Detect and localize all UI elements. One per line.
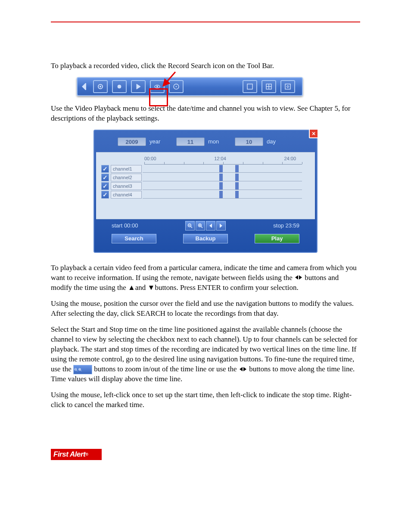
channel-timeline[interactable] (143, 191, 302, 199)
paragraph: Using the mouse, position the cursor ove… (51, 299, 360, 319)
channel-label: channel4 (111, 191, 142, 199)
paragraph: To playback a certain video feed from a … (51, 263, 360, 293)
logo-reg: ® (85, 452, 88, 457)
channel-timeline[interactable] (143, 165, 302, 173)
channel-row: ✓channel3 (101, 182, 302, 190)
logo-text: First Alert (53, 450, 85, 458)
svg-point-2 (100, 86, 101, 87)
right-triangle-icon (299, 273, 303, 283)
channel-row: ✓channel2 (101, 173, 302, 182)
zoom-icons-inline (73, 365, 92, 374)
timeline-end-label: 24:00 (284, 156, 296, 161)
right-triangle-icon (243, 365, 247, 375)
timeline-marker-stop[interactable] (235, 191, 239, 198)
paragraph: Use the Video Playback menu to select th… (51, 104, 360, 124)
channel-label: channel2 (111, 174, 142, 181)
timeline-start-label: 00:00 (144, 156, 156, 161)
channel-timeline[interactable] (143, 174, 302, 181)
playback-controls: start 00:00 stop 23:59 Search Backup Pla… (96, 219, 315, 250)
channel-label: channel1 (111, 165, 142, 173)
timeline-marker-stop[interactable] (235, 174, 239, 181)
timeline-ruler (144, 162, 302, 165)
toolbar-collapse-icon[interactable] (80, 80, 89, 93)
timeline-nav-icons (185, 221, 226, 230)
date-selector-row: 2009 year 11 mon 10 day (96, 132, 315, 152)
channel-checkbox[interactable]: ✓ (101, 165, 109, 173)
channel-checkbox[interactable]: ✓ (101, 182, 109, 190)
channel-row: ✓channel1 (101, 165, 302, 173)
timeline-marker-start[interactable] (219, 191, 223, 198)
month-input[interactable]: 11 (176, 137, 205, 146)
backup-button[interactable]: Backup (183, 234, 228, 243)
svg-point-3 (118, 85, 121, 88)
play-button[interactable]: Play (255, 234, 299, 243)
svg-line-21 (76, 370, 77, 371)
channel-row: ✓channel4 (101, 190, 302, 199)
svg-point-5 (157, 86, 158, 87)
channel-label: channel3 (111, 182, 142, 190)
header-rule (51, 22, 360, 22)
close-button[interactable]: × (309, 129, 318, 138)
timeline-marker-stop[interactable] (235, 165, 239, 172)
record-icon[interactable] (112, 80, 127, 93)
year-input[interactable]: 2009 (118, 137, 146, 146)
day-label: day (267, 138, 282, 145)
timeline-marker-start[interactable] (219, 182, 223, 190)
zoom-out-icon[interactable] (185, 221, 195, 230)
timeline-mid-label: 12:04 (214, 156, 226, 161)
channel-timeline[interactable] (143, 182, 302, 190)
sequence-icon[interactable] (280, 80, 295, 93)
timeline-marker-start[interactable] (219, 174, 223, 181)
svg-rect-8 (247, 84, 252, 89)
paragraph: Select the Start and Stop time on the ti… (51, 325, 360, 384)
search-button[interactable]: Search (112, 234, 156, 243)
year-label: year (149, 138, 165, 145)
channel-checkbox[interactable]: ✓ (101, 174, 109, 181)
single-view-icon[interactable] (243, 80, 257, 93)
document-page: To playback a recorded video, click the … (0, 0, 411, 486)
left-triangle-icon (239, 365, 243, 375)
stop-time-label: stop 23:59 (273, 222, 299, 229)
step-left-icon[interactable] (206, 221, 215, 230)
play-icon[interactable] (131, 80, 146, 93)
first-alert-logo: First Alert® (51, 449, 102, 460)
svg-line-14 (191, 227, 192, 228)
zoom-in-icon[interactable] (196, 221, 205, 230)
start-time-label: start 00:00 (112, 222, 138, 229)
text: buttons to zoom in/out of the time line … (94, 365, 239, 373)
day-input[interactable]: 10 (235, 137, 263, 146)
paragraph: To playback a recorded video, click the … (51, 61, 360, 71)
quad-view-icon[interactable] (262, 80, 276, 93)
month-label: mon (208, 138, 224, 145)
timeline-marker-stop[interactable] (235, 182, 239, 190)
callout-arrow (161, 71, 178, 88)
paragraph: Using the mouse, left-click once to set … (51, 390, 360, 410)
step-right-icon[interactable] (216, 221, 226, 230)
playback-menu-screenshot: × 2009 year 11 mon 10 day 00:00 12: (93, 130, 318, 253)
settings-icon[interactable] (93, 80, 108, 93)
svg-line-0 (163, 72, 175, 86)
left-triangle-icon (294, 273, 299, 283)
text: Use the Video Playback menu to select th… (51, 104, 342, 112)
toolbar-screenshot (77, 77, 303, 96)
channel-checkbox[interactable]: ✓ (101, 191, 109, 199)
dvr-toolbar (77, 77, 303, 96)
svg-line-17 (201, 227, 202, 228)
svg-line-24 (81, 370, 81, 371)
timeline-panel: 00:00 12:04 24:00 ✓channel1✓channel2✓cha… (96, 152, 315, 219)
timeline-marker-start[interactable] (219, 165, 223, 172)
